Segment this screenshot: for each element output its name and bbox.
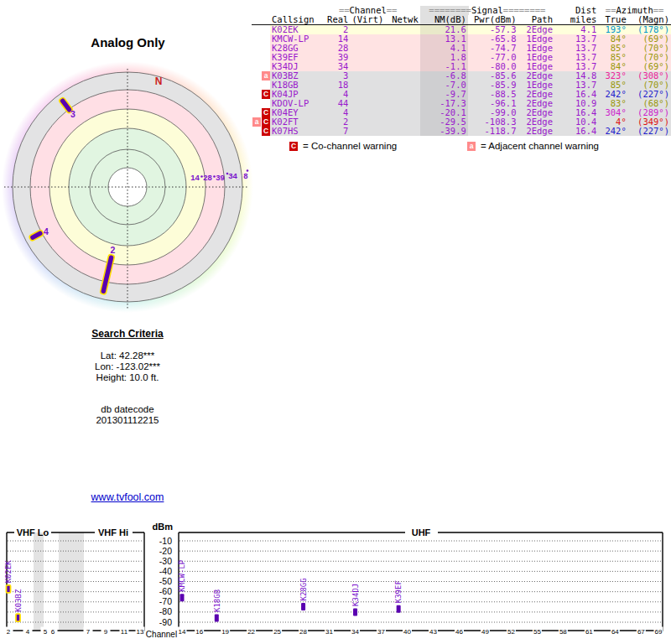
callsign-link[interactable]: K03BZ xyxy=(270,71,316,80)
co-channel-warning-icon: C xyxy=(262,90,270,99)
azimuth-true-cell: 4° xyxy=(598,117,627,127)
azimuth-true-cell: 193° xyxy=(598,25,627,35)
nm-db-cell: 13.1 xyxy=(420,34,468,44)
table-row: CK07HS7-39.9-118.72Edge16.4242°(227°) xyxy=(252,127,671,136)
group-header-channel: ==Channel== xyxy=(316,6,420,15)
uhf-band-label: UHF xyxy=(412,527,431,538)
x-axis-tick-label: 13 xyxy=(137,628,144,636)
power-dbm-cell: -65.8 xyxy=(468,34,518,44)
x-axis-tick-label: 58 xyxy=(559,628,567,636)
network-cell xyxy=(385,90,419,99)
x-axis-tick-label: 37 xyxy=(377,628,385,636)
radar-east-cluster-label: 34 xyxy=(228,171,237,180)
radar-east-cluster-tick xyxy=(200,175,203,178)
power-dbm-cell: -85.9 xyxy=(468,80,518,90)
network-cell xyxy=(385,44,419,53)
table-row: K18GB18-7.0-85.91Edge13.785°(70°) xyxy=(252,80,671,90)
channel-real-cell: 4 xyxy=(316,108,351,117)
co-channel-warning-icon: C xyxy=(289,142,298,151)
legend-co-channel: C = Co-channel warning xyxy=(289,141,397,151)
table-row: KDOV-LP44-17.3-96.12Edge10.983°(68°) xyxy=(252,99,671,108)
callsign-link[interactable]: K18GB xyxy=(270,80,316,90)
callsign-link[interactable]: K39EF xyxy=(270,53,316,62)
warning-cell xyxy=(252,44,270,53)
warning-cell xyxy=(252,62,270,71)
group-header-dist: Dist xyxy=(554,6,598,15)
x-axis-tick-label: 49 xyxy=(481,628,489,636)
nm-db-cell: -6.8 xyxy=(420,71,468,80)
callsign-link[interactable]: K34DJ xyxy=(270,62,316,71)
callsign-link[interactable]: K02EK xyxy=(270,25,316,35)
spectrum-marker-label-K18GB: K18GB xyxy=(213,589,221,612)
channel-virt-cell xyxy=(350,90,385,99)
spectrum-marker-label-K39EF: K39EF xyxy=(394,580,403,603)
distance-miles-cell: 14.8 xyxy=(554,71,598,80)
table-row: K39EF391.8-77.01Edge13.785°(70°) xyxy=(252,53,671,62)
table-row: aCK02FT2-29.5-108.32Edge10.44°(349°) xyxy=(252,117,671,127)
vhf-lo-band-label: VHF Lo xyxy=(17,527,49,538)
path-cell: 1Edge xyxy=(518,53,554,62)
channel-virt-cell xyxy=(350,44,385,53)
network-cell xyxy=(385,80,419,90)
callsign-link[interactable]: KDOV-LP xyxy=(270,99,316,108)
power-dbm-cell: -88.5 xyxy=(468,90,518,99)
channel-real-cell: 4 xyxy=(316,90,351,99)
y-axis-title: dBm xyxy=(153,522,174,532)
y-axis-tick-label: -30 xyxy=(159,556,172,566)
network-cell xyxy=(385,99,419,108)
table-column-header-row: CallsignReal(Virt)NetwkNM(dB)Pwr(dBm)Pat… xyxy=(252,15,671,25)
azimuth-magnetic-cell: (70°) xyxy=(628,53,671,62)
azimuth-magnetic-cell: (227°) xyxy=(628,90,671,99)
callsign-link[interactable]: K04JP xyxy=(270,90,316,99)
azimuth-magnetic-cell: (308°) xyxy=(628,71,671,80)
radar-channel-label: 2 xyxy=(111,245,116,255)
azimuth-magnetic-cell: (70°) xyxy=(628,44,671,53)
table-row: aK03BZ3-6.8-85.62Edge14.8323°(308°) xyxy=(252,71,671,80)
power-dbm-cell: -108.3 xyxy=(468,117,518,127)
co-channel-warning-icon: C xyxy=(262,108,270,117)
x-axis-tick-label: 31 xyxy=(325,628,333,636)
signal-table-wrap: ==Channel==========Signal========Dist==A… xyxy=(252,6,671,136)
azimuth-true-cell: 83° xyxy=(598,99,627,108)
warning-cell xyxy=(252,80,270,90)
azimuth-true-cell: 85° xyxy=(598,53,627,62)
distance-miles-cell: 13.7 xyxy=(554,62,598,71)
azimuth-magnetic-cell: (69°) xyxy=(628,34,671,44)
column-header-callsign: Callsign xyxy=(270,15,316,25)
column-header-path: Path xyxy=(518,15,554,25)
y-axis-tick-label: -40 xyxy=(159,566,172,576)
group-header-spacer xyxy=(252,6,316,15)
x-axis-tick-label: 22 xyxy=(247,628,255,636)
legend-adjacent-channel: a = Adjacent channel warning xyxy=(466,141,599,151)
callsign-link[interactable]: K07HS xyxy=(270,127,316,136)
latitude-value: Lat: 42.28*** xyxy=(23,351,232,361)
nm-db-cell: -20.1 xyxy=(420,108,468,117)
column-header-miles: miles xyxy=(554,15,598,25)
warning-cell xyxy=(252,34,270,44)
x-axis-tick-label: 4 xyxy=(26,628,30,636)
radar-channel-label: 4 xyxy=(44,226,49,236)
tvfool-link[interactable]: www.tvfool.com xyxy=(91,491,164,503)
distance-miles-cell: 16.4 xyxy=(554,90,598,99)
spectrum-marker-KMCW-LP xyxy=(180,594,185,601)
channel-real-cell: 34 xyxy=(316,62,351,71)
callsign-link[interactable]: K28GG xyxy=(270,44,316,53)
vhf-hi-band-label: VHF Hi xyxy=(98,527,128,538)
table-row: CK04EY4-20.1-99.02Edge16.4304°(289°) xyxy=(252,108,671,117)
nm-db-cell: 21.6 xyxy=(420,25,468,35)
azimuth-magnetic-cell: (349°) xyxy=(628,117,671,127)
azimuth-true-cell: 84° xyxy=(598,62,627,71)
column-header-pwrdbm: Pwr(dBm) xyxy=(468,15,518,25)
callsign-link[interactable]: K04EY xyxy=(270,108,316,117)
network-cell xyxy=(385,62,419,71)
y-axis-tick-label: -60 xyxy=(159,586,172,596)
x-axis-tick-label: 25 xyxy=(273,628,281,636)
x-axis-tick-label: 28 xyxy=(299,628,307,636)
x-axis-tick-label: 55 xyxy=(533,628,541,636)
column-header-nmdb: NM(dB) xyxy=(420,15,468,25)
callsign-link[interactable]: K02FT xyxy=(270,117,316,127)
tvfool-report: Analog Only TrueNorth N 342142839348 Sea… xyxy=(0,0,671,644)
db-datecode-value: 201301112215 xyxy=(23,415,232,426)
azimuth-magnetic-cell: (289°) xyxy=(628,108,671,117)
callsign-link[interactable]: KMCW-LP xyxy=(270,34,316,44)
